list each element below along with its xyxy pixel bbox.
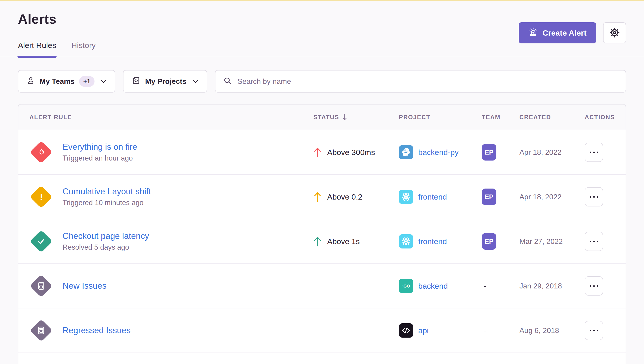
column-header-project: Project [399,114,482,121]
ellipsis-icon [590,285,598,287]
alert-rule-link[interactable]: Cumulative Layout shift [63,187,151,196]
created-date: Mar 27, 2022 [519,237,563,246]
threshold-up-arrow-icon [313,191,322,202]
row-actions-button[interactable] [585,276,603,296]
status-threshold-label: Above 1s [327,237,360,246]
alert-type-icon [30,275,53,298]
react-icon [399,190,413,204]
tab-history[interactable]: History [71,41,96,57]
column-header-actions: Actions [585,114,626,121]
row-actions-button[interactable] [585,187,603,206]
project-link[interactable]: frontend [418,237,447,246]
project-link[interactable]: backend-py [418,148,459,157]
settings-button[interactable] [603,22,626,44]
alerts-page: Alerts Create Alert [0,11,644,364]
react-icon [399,234,413,248]
tab-alert-rules[interactable]: Alert Rules [18,41,56,57]
row-actions-button[interactable] [585,142,603,162]
alert-rule-status-text: Triggered an hour ago [63,154,137,162]
header-actions: Create Alert [519,22,626,44]
threshold-up-arrow-icon [313,147,322,158]
column-header-created: Created [519,114,585,121]
alert-type-icon [30,186,53,208]
ellipsis-icon [590,152,598,153]
project-link[interactable]: backend [418,282,448,290]
alert-rules-table: Alert Rule Status Project Team Created A… [18,104,626,364]
svg-text:GO: GO [403,284,410,288]
alert-type-icon [30,230,53,253]
table-row: Cumulative Layout shift Triggered 10 min… [18,175,626,219]
alert-rule-link[interactable]: Checkout page latency [63,231,149,241]
ellipsis-icon [590,330,598,332]
project-window-icon [132,76,140,86]
created-date: Jan 29, 2018 [519,282,562,290]
table-header-row: Alert Rule Status Project Team Created A… [18,104,626,130]
table-row: Regressed Issues api - Aug 6, 2018 [18,308,626,353]
python-icon [399,145,413,160]
sort-arrow-down-icon [342,114,347,120]
go-icon: GO [399,279,413,293]
team-avatar-badge: EP [482,188,496,205]
create-alert-label: Create Alert [543,28,586,38]
teams-filter-dropdown[interactable]: My Teams +1 [18,70,115,92]
alert-rule-link[interactable]: Regressed Issues [63,326,131,335]
alert-type-icon [30,319,53,342]
threshold-up-arrow-icon [313,236,322,247]
team-avatar-badge: EP [482,144,496,160]
alert-rule-link[interactable]: New Issues [63,281,106,291]
column-header-alert-rule: Alert Rule [18,114,313,121]
project-link[interactable]: frontend [418,192,447,202]
team-empty-dash: - [482,281,486,291]
projects-filter-label: My Projects [145,77,186,86]
alert-rule-status-text: Resolved 5 days ago [63,243,149,252]
status-threshold-label: Above 300ms [327,148,375,157]
column-header-status[interactable]: Status [313,114,399,121]
top-accent-strip [0,0,644,1]
table-body: Everything is on fire Triggered an hour … [18,130,626,353]
code-icon [399,323,413,338]
alert-rule-status-text: Triggered 10 minutes ago [63,199,151,207]
created-date: Aug 6, 2018 [519,326,559,335]
teams-extra-count-badge: +1 [79,76,95,87]
ellipsis-icon [590,196,598,198]
projects-filter-dropdown[interactable]: My Projects [123,70,207,92]
created-date: Apr 18, 2022 [519,193,561,201]
search-icon [223,76,232,86]
status-threshold-label: Above 0.2 [327,192,362,202]
gear-icon [609,27,620,39]
siren-icon [528,27,538,38]
row-actions-button[interactable] [585,232,603,251]
created-date: Apr 18, 2022 [519,148,561,156]
table-row: Checkout page latency Resolved 5 days ag… [18,219,626,264]
table-row: New Issues GO backend - Jan 29, 2018 [18,264,626,308]
column-header-team: Team [482,114,519,121]
team-empty-dash: - [482,326,486,335]
person-icon [27,76,35,86]
filter-bar: My Teams +1 My Projects [18,70,626,92]
alert-rule-link[interactable]: Everything is on fire [63,142,137,152]
ellipsis-icon [590,241,598,242]
create-alert-button[interactable]: Create Alert [519,22,596,44]
project-link[interactable]: api [418,326,428,335]
search-input[interactable] [238,77,618,86]
chevron-down-icon [192,80,198,83]
search-container [215,70,626,92]
team-avatar-badge: EP [482,233,496,250]
teams-filter-label: My Teams [40,77,75,86]
alert-type-icon [30,141,53,164]
row-actions-button[interactable] [585,321,603,340]
table-row: Everything is on fire Triggered an hour … [18,130,626,175]
chevron-down-icon [100,80,106,83]
